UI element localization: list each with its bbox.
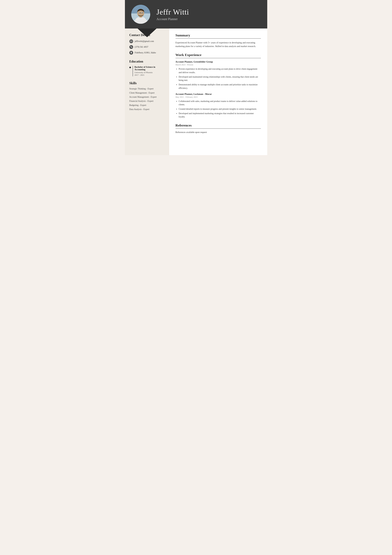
contact-location-item: Fidelbury, 61061, Idaho [129, 51, 165, 55]
location-icon [129, 51, 133, 55]
skill-item-3: Financial Analysis - Expert [129, 100, 165, 102]
summary-section: Summary Experienced Account Planner with… [176, 33, 261, 48]
contact-email-item: jeffrwitti@gmail.com [129, 39, 165, 43]
job-1-title: Account Planner, Lockman - Morar [176, 93, 261, 95]
job-0-bullets: Proven experience in developing and exec… [176, 67, 261, 90]
summary-title: Summary [176, 33, 261, 39]
svg-point-6 [139, 12, 140, 13]
skills-section-title: Skills [129, 81, 165, 85]
job-0-bullet-2: Demonstrated ability to manage multiple … [179, 83, 261, 90]
education-section-title: Education [129, 60, 165, 63]
header-arrow-decoration [138, 29, 157, 37]
job-1-bullet-0: Collaborated with sales, marketing and p… [179, 100, 261, 106]
phone-icon [129, 45, 133, 49]
edu-content: Bachelor of Science in Accounting Univer… [133, 66, 165, 76]
avatar [131, 5, 150, 24]
header-subtitle: Account Planner [157, 17, 189, 21]
job-1: Account Planner, Lockman - Morar May 202… [176, 93, 261, 119]
education-section: Education Bachelor of Science in Account… [129, 60, 165, 76]
email-text: jeffrwitti@gmail.com [135, 40, 154, 43]
contact-phone-item: (379) 561 4937 [129, 45, 165, 49]
main-layout: Contact Details jeffrwitti@gmail.com (37… [125, 29, 267, 155]
skill-item-2: Account Management - Expert [129, 96, 165, 98]
svg-rect-11 [130, 41, 132, 42]
summary-text: Experienced Account Planner with 5+ year… [176, 41, 261, 48]
references-text: References available upon request [176, 131, 261, 134]
skill-item-1: Client Management - Expert [129, 92, 165, 94]
header-name: Jeffr Witti [157, 7, 189, 16]
job-0-title: Account Planner, Greenfelder Group [176, 60, 261, 63]
svg-point-7 [142, 12, 143, 13]
skills-section: Skills Strategic Thinking - Expert Clien… [129, 81, 165, 111]
job-1-dates: May 2021 - February 2023 [176, 96, 261, 98]
email-icon [129, 39, 133, 43]
education-item: Bachelor of Science in Accounting Univer… [129, 66, 165, 76]
edu-school: University of Phoenix [135, 71, 165, 74]
svg-point-12 [131, 52, 131, 53]
edu-degree: Bachelor of Science in Accounting [135, 66, 165, 71]
phone-text: (379) 561 4937 [135, 46, 148, 48]
work-experience-title: Work Experience [176, 53, 261, 58]
references-title: References [176, 123, 261, 129]
job-1-bullet-1: Created detailed reports to measure prog… [179, 107, 261, 111]
job-0-dates: March 2023 - Present [176, 64, 261, 66]
job-1-bullet-2: Developed and implemented marketing stra… [179, 112, 261, 119]
skill-item-4: Budgeting - Expert [129, 104, 165, 107]
skill-item-5: Data Analysis - Expert [129, 108, 165, 111]
location-text: Fidelbury, 61061, Idaho [135, 51, 156, 54]
skill-item-0: Strategic Thinking - Expert [129, 88, 165, 90]
edu-dot [129, 67, 131, 68]
job-0-bullet-1: Developed and maintained strong relation… [179, 75, 261, 82]
edu-years: 2017 - 2021 [135, 74, 165, 76]
header-info: Jeffr Witti Account Planner [157, 7, 189, 21]
work-experience-section: Work Experience Account Planner, Greenfe… [176, 53, 261, 119]
references-section: References References available upon req… [176, 123, 261, 134]
main-content: Summary Experienced Account Planner with… [169, 29, 267, 155]
job-0-bullet-0: Proven experience in developing and exec… [179, 67, 261, 74]
sidebar: Contact Details jeffrwitti@gmail.com (37… [125, 29, 169, 155]
job-0: Account Planner, Greenfelder Group March… [176, 60, 261, 90]
header: Jeffr Witti Account Planner [125, 0, 267, 29]
job-1-bullets: Collaborated with sales, marketing and p… [176, 100, 261, 119]
